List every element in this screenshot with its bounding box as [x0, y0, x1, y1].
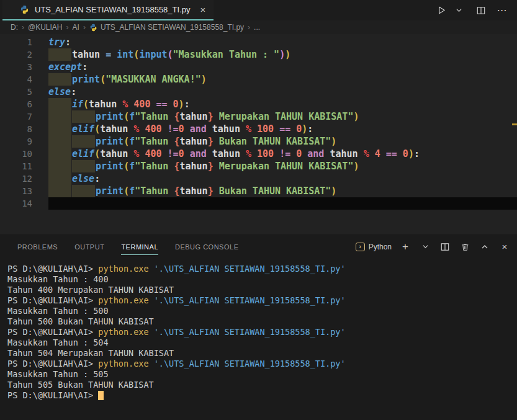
code-line-content: print(f"Tahun {tahun} Bukan TAHUN KABISA…: [48, 135, 517, 148]
code-line-content: if(tahun % 400 == 0):: [48, 98, 517, 110]
new-terminal-icon[interactable]: +: [399, 240, 411, 254]
code-token: %: [364, 148, 369, 159]
code-token: :: [414, 148, 420, 159]
terminal-line: PS D:\@KULIAH\AI> python.exe '.\UTS_ALFI…: [7, 359, 517, 369]
code-line[interactable]: 1try:: [0, 36, 517, 48]
breadcrumb-label: D:: [11, 23, 18, 32]
panel-tab-problems[interactable]: PROBLEMS: [17, 238, 58, 255]
run-button[interactable]: [435, 4, 447, 17]
code-token: [162, 123, 168, 135]
code-token: :: [307, 123, 313, 135]
code-line[interactable]: 11print(f"Tahun {tahun} Merupakan TAHUN …: [0, 160, 517, 172]
code-token: :: [184, 99, 190, 110]
code-line[interactable]: 14: [0, 197, 517, 210]
maximize-panel-chevron-icon[interactable]: [479, 240, 491, 254]
code-token: (: [124, 161, 129, 172]
code-line[interactable]: 4print("MASUKKAN ANGKA!"): [0, 73, 517, 86]
panel-tab-debug-console[interactable]: DEBUG CONSOLE: [175, 238, 238, 255]
code-token: ): [331, 136, 336, 147]
kill-terminal-trash-icon[interactable]: [459, 240, 471, 254]
code-line[interactable]: 13print(f"Tahun {tahun} Bukan TAHUN KABI…: [0, 185, 517, 197]
breadcrumb-item[interactable]: UTS_ALFIAN SETIAWAN_19158558_TI.py: [89, 23, 244, 32]
editor-tab[interactable]: UTS_ALFIAN SETIAWAN_19158558_TI.py ×: [2, 0, 214, 20]
code-token: 100: [257, 148, 274, 159]
code-token: [100, 49, 106, 60]
panel-header: PROBLEMSOUTPUTTERMINALDEBUG CONSOLE › Py…: [0, 235, 517, 258]
code-line-content: print(f"Tahun {tahun} Bukan TAHUN KABISA…: [48, 185, 517, 197]
panel-tab-terminal[interactable]: TERMINAL: [121, 238, 158, 255]
code-editor[interactable]: 1try:2tahun = int(input("Masukkan Tahun …: [0, 34, 517, 235]
code-token: except: [48, 61, 82, 73]
shell-picker[interactable]: › Python: [356, 243, 392, 251]
code-line[interactable]: 7print(f"Tahun {tahun} Merupakan TAHUN K…: [0, 110, 517, 123]
breadcrumb-item[interactable]: ...: [254, 23, 260, 32]
indent-highlight: [48, 73, 71, 86]
code-token: [128, 148, 133, 159]
line-number: 7: [0, 110, 32, 123]
code-token: print: [96, 136, 124, 147]
vscode-window: UTS_ALFIAN SETIAWAN_19158558_TI.py × ⋯ D…: [0, 0, 517, 420]
code-token: 400: [145, 148, 161, 159]
tab-close-icon[interactable]: ×: [200, 5, 205, 14]
close-panel-icon[interactable]: ×: [498, 240, 511, 254]
run-dropdown-chevron-icon[interactable]: [452, 4, 465, 17]
code-token: [168, 99, 173, 110]
breadcrumb-label: AI: [73, 23, 79, 32]
code-line[interactable]: 9print(f"Tahun {tahun} Bukan TAHUN KABIS…: [0, 135, 517, 148]
panel-tab-output[interactable]: OUTPUT: [74, 238, 104, 255]
code-line[interactable]: 10elif(tahun % 400 !=0 and tahun % 100 !…: [0, 148, 517, 160]
terminal-text-segment: Tahun 400 Merupakan TAHUN KABISAT: [7, 285, 174, 295]
terminal-text-segment: '.\UTS_ALFIAN SETIAWAN_19158558_TI.py': [154, 359, 346, 369]
breadcrumb-item[interactable]: @KULIAH: [28, 23, 63, 32]
terminal-line: Tahun 500 Bukan TAHUN KABISAT: [7, 316, 517, 327]
code-token: tahun: [179, 136, 207, 147]
code-token: 4: [375, 148, 380, 159]
code-token: elif: [72, 148, 94, 159]
code-token: [128, 99, 133, 110]
code-token: "Tahun: [135, 185, 174, 197]
code-token: [240, 148, 246, 159]
code-token: (: [83, 99, 89, 110]
terminal-output[interactable]: PS D:\@KULIAH\AI> python.exe '.\UTS_ALFI…: [0, 258, 517, 401]
code-token: [397, 148, 403, 159]
code-token: [207, 148, 212, 159]
line-number: 11: [0, 160, 32, 172]
code-line[interactable]: 12else:: [0, 172, 517, 185]
code-token: "MASUKKAN ANGKA!": [106, 74, 201, 85]
terminal-dropdown-chevron-icon[interactable]: [419, 240, 431, 254]
code-token: (: [100, 74, 106, 85]
code-token: 0: [403, 148, 408, 159]
code-token: Bukan TAHUN KABISAT": [214, 136, 331, 147]
line-number: 12: [0, 172, 32, 185]
terminal-line: Masukkan Tahun : 500: [7, 306, 517, 316]
code-token: :: [71, 86, 76, 97]
code-token: [240, 123, 246, 135]
indent-highlight: [48, 98, 71, 110]
split-terminal-icon[interactable]: [439, 240, 451, 254]
code-token: [290, 123, 296, 135]
indent-highlight: [48, 160, 71, 172]
line-number: 5: [0, 86, 32, 98]
code-token: and: [190, 148, 207, 159]
code-line[interactable]: 6if(tahun % 400 == 0):: [0, 98, 517, 110]
split-editor-icon[interactable]: [475, 4, 487, 17]
code-token: [358, 148, 364, 159]
code-line[interactable]: 8elif(tahun % 400 !=0 and tahun % 100 ==…: [0, 123, 517, 135]
code-line-content: elif(tahun % 400 !=0 and tahun % 100 != …: [48, 148, 517, 160]
code-token: ==: [386, 148, 397, 159]
code-line[interactable]: 2tahun = int(input("Masukkan Tahun : ")): [0, 48, 517, 61]
line-number: 9: [0, 135, 32, 148]
terminal-text-segment: [149, 359, 154, 369]
code-token: 0: [179, 148, 184, 159]
terminal-line: PS D:\@KULIAH\AI> python.exe '.\UTS_ALFI…: [7, 264, 517, 274]
breadcrumb-item[interactable]: D:: [11, 23, 18, 32]
line-number: 8: [0, 123, 32, 135]
code-line[interactable]: 5else:: [0, 86, 517, 98]
terminal-line: Masukkan Tahun : 505: [7, 369, 517, 380]
code-line[interactable]: 3except:: [0, 61, 517, 73]
code-token: ): [353, 111, 359, 122]
terminal-line: Tahun 505 Bukan TAHUN KABISAT: [7, 380, 517, 390]
more-actions-icon[interactable]: ⋯: [496, 4, 508, 17]
code-token: "Tahun: [135, 136, 174, 147]
breadcrumb-item[interactable]: AI: [73, 23, 79, 32]
